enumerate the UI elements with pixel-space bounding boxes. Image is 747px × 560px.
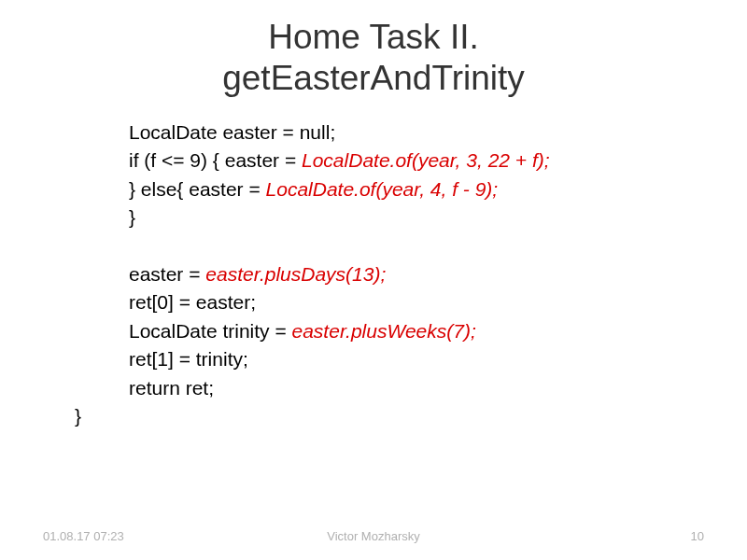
code-text: }: [75, 405, 81, 427]
code-text: }: [129, 206, 135, 228]
code-highlight: LocalDate.of(year, 4, f - 9);: [266, 178, 499, 200]
code-text: if (f <= 9) { easter =: [129, 149, 302, 171]
code-text: easter =: [129, 263, 205, 285]
slide: Home Task II. getEasterAndTrinity LocalD…: [0, 0, 747, 560]
code-text: ret[1] = trinity;: [129, 348, 248, 370]
footer-author: Victor Mozharsky: [327, 529, 419, 543]
slide-footer: 01.08.17 07:23 Victor Mozharsky 10: [0, 529, 747, 543]
code-text: ret[0] = easter;: [129, 291, 256, 313]
footer-page-number: 10: [691, 529, 704, 543]
footer-date: 01.08.17 07:23: [43, 529, 124, 543]
slide-title: Home Task II. getEasterAndTrinity: [37, 17, 710, 100]
code-text: return ret;: [129, 377, 214, 399]
title-line-1: Home Task II.: [268, 18, 479, 56]
code-block: LocalDate easter = null; if (f <= 9) { e…: [37, 119, 710, 431]
code-highlight: easter.plusDays(13);: [205, 263, 386, 285]
code-highlight: easter.plusWeeks(7);: [292, 320, 476, 342]
title-line-2: getEasterAndTrinity: [222, 59, 525, 97]
code-text: LocalDate easter = null;: [129, 121, 335, 143]
code-text: LocalDate trinity =: [129, 320, 292, 342]
code-text: } else{ easter =: [129, 178, 266, 200]
code-highlight: LocalDate.of(year, 3, 22 + f);: [302, 149, 550, 171]
